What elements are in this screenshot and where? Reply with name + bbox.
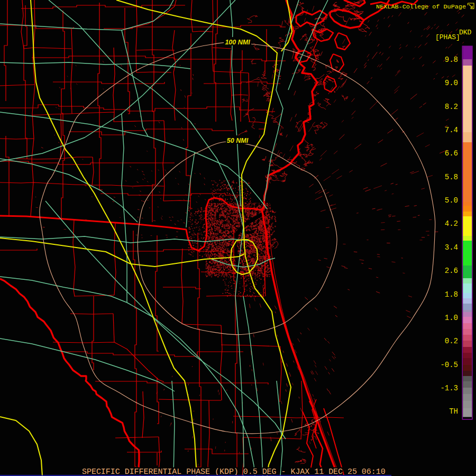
- svg-text:8.2: 8.2: [445, 103, 458, 111]
- svg-text:TH: TH: [449, 407, 458, 416]
- svg-text:SPECIFIC DIFFERENTIAL PHASE (K: SPECIFIC DIFFERENTIAL PHASE (KDP) 0.5 DE…: [82, 468, 386, 476]
- svg-text:7.4: 7.4: [445, 126, 458, 134]
- svg-text:100 NMI: 100 NMI: [225, 39, 250, 46]
- svg-text:50 NMI: 50 NMI: [227, 137, 249, 144]
- svg-text:-1.3: -1.3: [440, 384, 458, 392]
- svg-text:5.0: 5.0: [445, 196, 458, 205]
- svg-text:DKD: DKD: [459, 29, 472, 36]
- svg-text:1.8: 1.8: [445, 290, 458, 299]
- svg-text:6.6: 6.6: [445, 149, 458, 158]
- svg-text:1.0: 1.0: [445, 314, 458, 322]
- svg-text:9.0: 9.0: [445, 79, 458, 87]
- svg-text:5.8: 5.8: [445, 173, 458, 181]
- svg-text:3.4: 3.4: [445, 243, 458, 252]
- svg-text:NEXLAB-College of DuPage: NEXLAB-College of DuPage: [376, 3, 466, 11]
- svg-text:[PHAS]: [PHAS]: [435, 33, 460, 41]
- svg-text:0.2: 0.2: [445, 337, 458, 345]
- svg-text:4.2: 4.2: [445, 219, 458, 228]
- svg-text:-0.5: -0.5: [440, 361, 458, 369]
- svg-text:2.6: 2.6: [445, 267, 458, 275]
- svg-text:9.8: 9.8: [445, 56, 458, 64]
